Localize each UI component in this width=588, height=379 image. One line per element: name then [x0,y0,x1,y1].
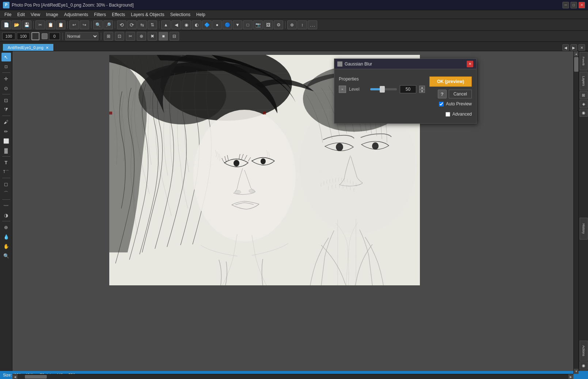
tool-eyedropper[interactable]: 💧 [1,232,11,241]
color-swatch[interactable] [31,32,39,40]
tb2-btn6[interactable]: ■ [159,32,168,41]
canvas-area[interactable]: ▲ ▼ ◀ ▶ [12,51,578,379]
color-swatch2[interactable] [42,33,48,39]
menu-layers-objects[interactable]: Layers & Objects [128,11,167,18]
flip-v-btn[interactable]: ⇅ [148,20,157,29]
tool-shape[interactable]: ◻ [1,180,11,188]
minimize-button[interactable]: ─ [562,2,569,8]
scrollbar-up-btn[interactable]: ▲ [574,51,578,56]
zoom-in-btn[interactable]: 🔍 [93,20,103,29]
cut-btn[interactable]: ✂ [35,20,45,29]
redo-btn[interactable]: ↪ [80,20,89,29]
scrollbar-right-btn[interactable]: ▶ [568,374,573,379]
close-button[interactable]: ✕ [578,2,585,8]
menu-help[interactable]: Help [193,11,208,18]
scrollbar-thumb-v[interactable] [574,57,578,72]
ok-button[interactable]: OK (preview) [429,76,472,87]
filter10-btn[interactable]: 📷 [253,20,263,29]
menu-edit[interactable]: Edit [14,11,28,18]
dialog-close-button[interactable]: ✕ [467,61,473,67]
flip-h-btn[interactable]: ⇆ [137,20,147,29]
rotate-cw-btn[interactable]: ⟳ [127,20,137,29]
size1-input[interactable] [2,33,15,40]
tool-select[interactable]: ⊡ [1,62,11,71]
size2-input[interactable] [17,33,30,40]
filter11-btn[interactable]: 🖼 [263,20,273,29]
extra1-btn[interactable]: ⊕ [287,20,297,29]
level-slider[interactable] [370,88,397,90]
document-tab[interactable]: AntiRedEye1_0.png ✕ [3,44,53,51]
new-file-btn[interactable]: 📄 [1,20,11,29]
help-button[interactable]: ? [438,90,447,98]
tool-brush[interactable]: 🖌 [1,117,11,126]
menu-adjustments[interactable]: Adjustments [61,11,91,18]
undo-btn[interactable]: ↩ [69,20,79,29]
scrollbar-thumb-h[interactable] [25,375,47,379]
tab-prev-btn[interactable]: ◀ [562,44,569,51]
layers-panel-btn[interactable]: Layers [580,72,588,90]
filter3-btn[interactable]: ◉ [182,20,191,29]
filter4-btn[interactable]: ◐ [192,20,201,29]
tool-smudge[interactable]: 〰 [1,201,11,210]
tool-zoom[interactable]: 🔍 [1,251,11,260]
tool-move[interactable]: ✛ [1,74,11,83]
rs-icon2[interactable]: ◈ [580,100,588,108]
filter8-btn[interactable]: ▼ [233,20,242,29]
tb2-btn3[interactable]: ✂ [126,32,135,41]
tool-lasso[interactable]: ⊙ [1,84,11,93]
tool-fill[interactable]: ▓ [1,146,11,155]
level-input[interactable] [400,85,416,93]
blend-mode-select[interactable]: Normal Multiply Screen [65,32,98,40]
tool-dodge[interactable]: ◑ [1,211,11,219]
tool-perspective[interactable]: ⧩ [1,105,11,114]
tb2-btn2[interactable]: ⊡ [115,32,124,41]
rs-icon3[interactable]: ◉ [580,109,588,117]
scrollbar-left-btn[interactable]: ◀ [12,374,18,379]
filter9-btn[interactable]: □ [243,20,253,29]
slider-thumb[interactable] [380,86,385,93]
advanced-checkbox[interactable] [445,112,450,117]
tb2-btn1[interactable]: ⊞ [104,32,113,41]
tb2-btn7[interactable]: ⊟ [170,32,179,41]
filter12-btn[interactable]: ⚙ [274,20,283,29]
tool-hand[interactable]: ✋ [1,242,11,251]
tool-text-path[interactable]: T⌒ [1,168,11,176]
tool-arrow[interactable]: ↖ [1,53,11,61]
tool-text[interactable]: T [1,158,11,167]
auto-preview-checkbox[interactable] [439,102,444,106]
rs-icon4[interactable]: ◉ [580,361,588,369]
tool-pencil[interactable]: ✏ [1,127,11,136]
menu-file[interactable]: File [1,11,14,18]
extra2-btn[interactable]: ↕ [297,20,307,29]
tab-next-btn[interactable]: ▶ [570,44,577,51]
filter1-btn[interactable]: ▲ [161,20,171,29]
history-panel-btn[interactable]: History [580,218,588,240]
tool-eraser[interactable]: ⬜ [1,136,11,145]
fore-back-btn[interactable]: Fore/B [580,52,588,70]
scrollbar-down-btn[interactable]: ▼ [574,369,578,374]
tool-path[interactable]: ⌒ [1,189,11,198]
extra3-btn[interactable]: … [308,20,317,29]
rs-icon1[interactable]: ⊞ [580,91,588,99]
save-btn[interactable]: 💾 [22,20,31,29]
tab-close-all-btn[interactable]: ✕ [578,44,585,51]
level-down-btn[interactable]: ▼ [419,89,425,93]
menu-selections[interactable]: Selections [167,11,193,18]
filter2-btn[interactable]: ◀ [171,20,181,29]
filter6-btn[interactable]: ● [212,20,222,29]
menu-filters[interactable]: Filters [91,11,109,18]
actions-panel-btn[interactable]: Actions [580,341,588,361]
zoom-out-btn[interactable]: 🔎 [103,20,113,29]
tb2-btn4[interactable]: ⊕ [137,32,146,41]
rotate-ccw-btn[interactable]: ⟲ [117,20,126,29]
paste-btn[interactable]: 📋 [56,20,65,29]
opacity-input[interactable] [49,33,60,40]
maximize-button[interactable]: □ [570,2,577,8]
menu-view[interactable]: View [28,11,43,18]
copy-btn[interactable]: 📋 [46,20,55,29]
filter7-btn[interactable]: 🔵 [223,20,232,29]
level-up-btn[interactable]: ▲ [419,86,425,89]
cancel-button[interactable]: Cancel [449,90,472,98]
tab-close-icon[interactable]: ✕ [46,46,49,50]
tb2-btn5[interactable]: ✖ [148,32,157,41]
